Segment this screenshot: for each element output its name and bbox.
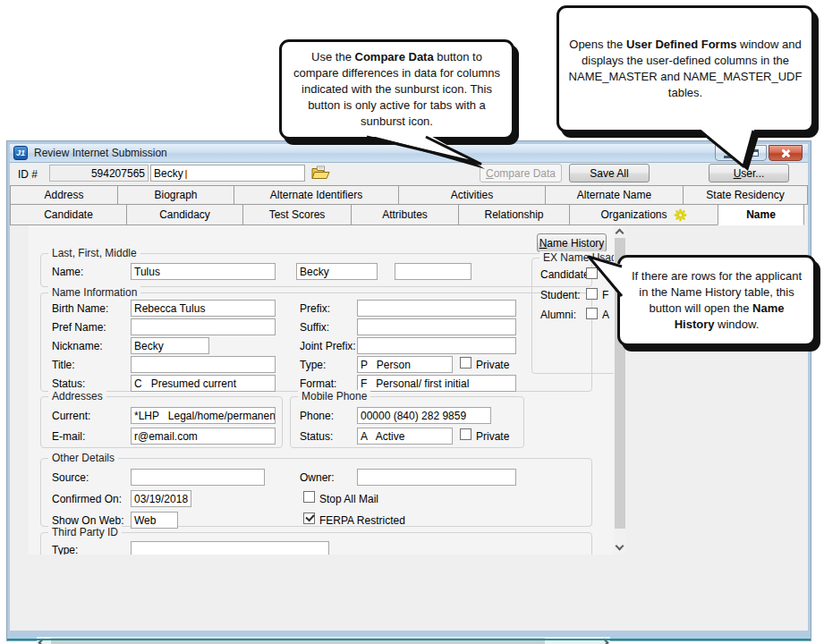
ex-candidate-checkbox[interactable] [586, 267, 598, 279]
minimize-button[interactable] [715, 145, 740, 161]
confirmed-on-field[interactable]: 03/19/2018 [131, 490, 191, 507]
current-address-field[interactable]: *LHP Legal/home/permanent ad [131, 407, 276, 424]
prefix-field[interactable] [357, 300, 516, 317]
nickname-field[interactable]: Becky [131, 337, 209, 354]
tab-row-1: Address Biograph Alternate Identifiers A… [10, 185, 808, 205]
group-ex-name-usage: EX Name Usage Candidate: Student: F Alum… [531, 258, 614, 374]
minimize-icon [724, 156, 732, 158]
first-name-field[interactable]: Becky [296, 263, 378, 280]
ex-alumni-checkbox[interactable] [586, 308, 598, 319]
name-label: Name: [52, 266, 83, 278]
toolbar: ID # 594207565 Becky Compare Data Save A… [10, 164, 808, 185]
last-name-field[interactable]: Tulus [131, 263, 276, 280]
callout-compare-data: Use the Compare Data button to compare d… [279, 39, 514, 140]
tab-alternate-name[interactable]: Alternate Name [545, 185, 684, 205]
name-history-button[interactable]: Name History [537, 233, 607, 252]
ferpa-restricted-checkbox[interactable] [303, 513, 315, 524]
tab-organizations[interactable]: Organizations [569, 204, 718, 225]
scroll-left-icon[interactable] [38, 639, 47, 644]
phone-status-field[interactable]: A Active [357, 428, 453, 445]
tab-name[interactable]: Name [718, 204, 804, 225]
tab-state-residency[interactable]: State Residency [683, 185, 808, 205]
tab-row-2: Candidate Candidacy Test Scores Attribut… [10, 205, 804, 225]
titlebar[interactable]: J1 Review Internet Submission [10, 144, 808, 163]
group-title: Name Information [48, 286, 140, 299]
group-third-party-id: Third Party ID Type: [40, 532, 592, 555]
tab-address[interactable]: Address [10, 185, 118, 205]
middle-name-field[interactable] [395, 263, 471, 280]
group-title: Last, First, Middle [48, 247, 140, 259]
sunburst-icon [674, 208, 687, 222]
open-folder-icon[interactable] [311, 165, 330, 184]
format-field[interactable]: F Personal/ first initial [357, 375, 516, 392]
birth-name-field[interactable]: Rebecca Tulus [131, 300, 276, 317]
close-icon [781, 148, 791, 158]
source-field[interactable] [131, 469, 265, 486]
stop-all-mail-label: Stop All Mail [319, 493, 378, 505]
name-tab-form: Last, First, Middle Name: Tulus Becky Na… [29, 225, 614, 555]
id-name-field[interactable]: Becky [150, 165, 305, 182]
id-name-value: Becky [154, 167, 183, 180]
type-field[interactable]: P Person [357, 356, 453, 373]
type-private-checkbox[interactable] [460, 357, 471, 369]
status-field[interactable]: C Presumed current [131, 375, 276, 392]
group-other-details: Other Details Source: Owner: Confirmed O… [40, 458, 592, 527]
tab-alternate-identifiers[interactable]: Alternate Identifiers [234, 185, 399, 205]
phone-field[interactable]: 00000 (840) 282 9859 [357, 407, 491, 424]
compare-data-button[interactable]: Compare Data [480, 164, 562, 182]
review-internet-submission-window: J1 Review Internet Submission ID # 59420… [7, 141, 811, 640]
group-last-first-middle: Last, First, Middle Name: Tulus Becky [40, 253, 592, 287]
callout-name-history: If there are rows for the applicant in t… [617, 255, 816, 346]
group-title: Third Party ID [48, 526, 122, 538]
callout-user-defined-forms: Opens the User Defined Forms window and … [556, 5, 814, 132]
suffix-field[interactable] [357, 318, 516, 335]
save-all-button[interactable]: Save All [569, 164, 650, 182]
group-mobile-phone: Mobile Phone Phone: 00000 (840) 282 9859… [290, 396, 524, 448]
group-addresses: Addresses Current: *LHP Legal/home/perma… [40, 396, 283, 448]
id-label: ID # [18, 168, 38, 181]
tab-biograph[interactable]: Biograph [117, 185, 234, 205]
group-title: Other Details [48, 452, 118, 464]
ferpa-restricted-label: FERPA Restricted [319, 514, 405, 527]
stop-all-mail-checkbox[interactable] [303, 491, 315, 503]
third-party-type-field[interactable] [131, 541, 329, 555]
tab-relationship[interactable]: Relationship [458, 204, 570, 225]
group-name-information: Name Information Birth Name: Rebecca Tul… [40, 292, 592, 392]
phone-private-label: Private [476, 430, 509, 443]
group-title: Mobile Phone [298, 390, 370, 402]
ex-student-checkbox[interactable] [586, 288, 598, 300]
close-button[interactable] [769, 145, 803, 161]
owner-field[interactable] [357, 469, 516, 486]
callout-text: Opens the User Defined Forms window and … [568, 37, 803, 101]
scroll-up-icon[interactable] [616, 229, 624, 238]
tab-attributes[interactable]: Attributes [351, 204, 459, 225]
text-caret [185, 170, 187, 179]
horizontal-scroll-thumb[interactable] [51, 638, 545, 644]
callout-text: If there are rows for the applicant in t… [629, 268, 804, 333]
window-title: Review Internet Submission [34, 147, 167, 159]
pref-name-field[interactable] [131, 318, 276, 335]
maximize-button[interactable] [742, 145, 767, 161]
joint-prefix-field[interactable] [357, 337, 516, 354]
tab-activities[interactable]: Activities [398, 185, 546, 205]
email-field[interactable]: r@email.com [131, 428, 276, 445]
scroll-down-icon[interactable] [616, 542, 624, 551]
group-title: Addresses [48, 390, 106, 402]
show-on-web-field[interactable]: Web [131, 512, 178, 529]
tab-test-scores[interactable]: Test Scores [242, 204, 352, 225]
type-private-label: Private [476, 359, 509, 371]
user-button[interactable]: User... [709, 164, 789, 182]
phone-private-checkbox[interactable] [460, 428, 471, 440]
callout-text: Use the Compare Data button to compare d… [291, 49, 503, 130]
id-field[interactable]: 594207565 [49, 165, 149, 182]
tab-candidate[interactable]: Candidate [10, 204, 127, 225]
group-title: EX Name Usage [539, 251, 614, 264]
app-icon-j1: J1 [13, 146, 28, 160]
tab-candidacy[interactable]: Candidacy [126, 204, 243, 225]
horizontal-scrollbar[interactable] [37, 637, 610, 644]
maximize-icon [751, 149, 759, 157]
title-field[interactable] [131, 356, 276, 373]
scroll-right-icon[interactable] [600, 639, 609, 644]
